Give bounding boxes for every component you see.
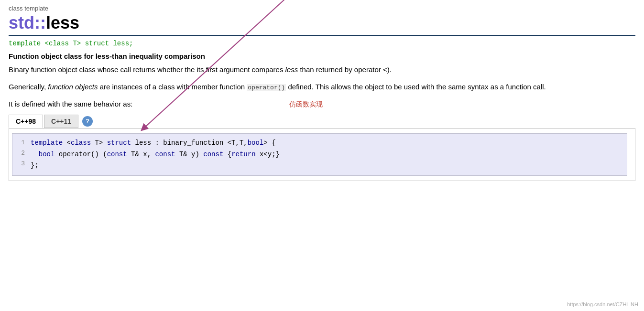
code-line-2: bool operator() (const T& x, const T& y)… <box>31 149 621 161</box>
tab-cpp11[interactable]: C++11 <box>44 115 78 128</box>
page-wrapper: class template std::less template <class… <box>9 5 635 181</box>
code-block-inner: 1 2 3 template <class T> struct less : b… <box>12 133 627 176</box>
description-1: Binary function object class whose call … <box>9 64 635 75</box>
italic-less: less <box>285 65 298 74</box>
line-num-3: 3 <box>21 159 25 169</box>
class-label: class template <box>9 5 635 12</box>
code-block-outer: 1 2 3 template <class T> struct less : b… <box>9 129 635 181</box>
kw-bool-2: bool <box>39 150 55 158</box>
less-name: less <box>46 13 79 32</box>
tabs-row: C++98 C++11 ? <box>9 115 635 129</box>
kw-return: return <box>231 150 255 158</box>
operator-code: operator() <box>247 84 286 91</box>
help-icon[interactable]: ? <box>82 116 93 127</box>
title-divider <box>9 35 635 36</box>
line-num-2: 2 <box>21 148 25 159</box>
line-num-1: 1 <box>21 138 25 148</box>
kw-const-2: const <box>155 150 175 158</box>
code-lines: template <class T> struct less : binary_… <box>31 138 621 172</box>
code-line-1: template <class T> struct less : binary_… <box>31 138 621 149</box>
page-title: std::less <box>9 13 635 33</box>
kw-const-3: const <box>203 150 223 158</box>
kw-template: template <box>31 139 63 147</box>
italic-function-objects: function objects <box>48 83 98 91</box>
description-2: Generically, function objects are instan… <box>9 81 635 93</box>
kw-struct: struct <box>107 139 131 147</box>
tab-cpp98[interactable]: C++98 <box>9 115 43 128</box>
signature-text: template <class T> struct less; <box>9 40 133 47</box>
kw-const-1: const <box>107 150 127 158</box>
line-numbers: 1 2 3 <box>18 138 25 172</box>
functor-note: 仿函数实现 <box>289 100 323 109</box>
function-title: Function object class for less-than ineq… <box>9 52 635 60</box>
url-footer: https://blog.csdn.net/CZHL NH <box>567 301 638 307</box>
kw-bool-1: bool <box>248 139 264 147</box>
it-defined-text: It is defined with the same behavior as: <box>9 100 132 108</box>
code-area-wrapper: 1 2 3 template <class T> struct less : b… <box>12 133 627 176</box>
code-line-3: }; <box>31 160 621 172</box>
template-signature: template <class T> struct less; <box>9 40 635 47</box>
std-prefix: std:: <box>9 13 46 32</box>
it-defined-row: It is defined with the same behavior as:… <box>9 100 635 109</box>
kw-class: class <box>71 139 91 147</box>
it-defined-container: It is defined with the same behavior as:… <box>9 100 635 109</box>
